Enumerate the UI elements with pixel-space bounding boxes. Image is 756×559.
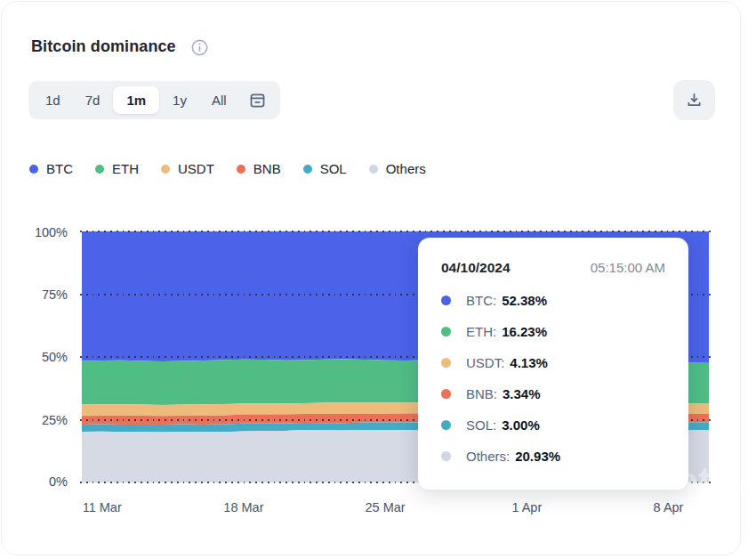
x-tick: 18 Mar: [223, 500, 263, 514]
legend-item-bnb[interactable]: BNB: [237, 161, 281, 176]
btc-dot: [29, 165, 38, 174]
range-button-1y[interactable]: 1y: [161, 86, 198, 114]
download-button[interactable]: [673, 80, 715, 120]
x-tick: 1 Apr: [511, 500, 542, 514]
x-tick: 25 Mar: [366, 500, 406, 514]
y-tick: 25%: [42, 413, 68, 427]
tooltip-row-btc: BTC: 52.38%: [441, 291, 665, 309]
range-button-1d[interactable]: 1d: [34, 86, 72, 114]
info-icon[interactable]: [191, 39, 208, 56]
tooltip-row-usdt: USDT: 4.13%: [441, 353, 665, 371]
btc-dot: [441, 296, 451, 305]
usdt-dot: [161, 165, 170, 174]
time-range-selector: 1d 7d 1m 1y All: [28, 81, 280, 119]
bnb-dot: [441, 389, 451, 399]
sol-dot: [441, 420, 451, 430]
eth-dot: [95, 165, 104, 174]
range-button-7d[interactable]: 7d: [74, 86, 112, 114]
eth-dot: [441, 327, 451, 336]
bnb-dot: [237, 165, 245, 174]
legend-item-usdt[interactable]: USDT: [161, 161, 214, 176]
tooltip-time: 05:15:00 AM: [591, 260, 665, 275]
tooltip-date: 04/10/2024: [441, 260, 511, 276]
x-tick: 8 Apr: [654, 500, 684, 514]
others-dot: [369, 165, 378, 174]
tooltip-row-bnb: BNB: 3.34%: [441, 385, 665, 402]
page-title: Bitcoin dominance: [31, 37, 176, 56]
chart-legend: BTC ETH USDT BNB SOL Others: [29, 161, 426, 176]
usdt-dot: [441, 358, 451, 368]
range-button-1m[interactable]: 1m: [113, 86, 159, 114]
sol-dot: [303, 165, 312, 174]
legend-item-sol[interactable]: SOL: [303, 161, 347, 176]
x-axis: 11 Mar18 Mar25 Mar1 Apr8 Apr: [82, 500, 709, 518]
y-axis: 100% 75% 50% 25% 0%: [23, 231, 68, 482]
y-tick: 0%: [49, 474, 68, 489]
chart-tooltip: 04/10/2024 05:15:00 AM BTC: 52.38% ETH: …: [418, 238, 688, 490]
legend-item-eth[interactable]: ETH: [95, 161, 139, 176]
tooltip-row-sol: SOL: 3.00%: [441, 416, 665, 433]
calendar-icon[interactable]: [240, 85, 275, 116]
x-tick: 11 Mar: [83, 500, 122, 514]
range-button-all[interactable]: All: [200, 86, 238, 114]
legend-item-btc[interactable]: BTC: [29, 161, 73, 176]
tooltip-row-eth: ETH: 16.23%: [441, 322, 665, 340]
y-tick: 50%: [42, 350, 68, 364]
others-dot: [441, 451, 451, 461]
y-tick: 100%: [35, 225, 68, 239]
y-tick: 75%: [42, 288, 68, 302]
bitcoin-dominance-card: Bitcoin dominance 1d 7d 1m 1y All: [1, 1, 741, 555]
tooltip-row-others: Others: 20.93%: [441, 447, 665, 465]
legend-item-others[interactable]: Others: [369, 161, 426, 176]
download-icon: [685, 91, 704, 109]
